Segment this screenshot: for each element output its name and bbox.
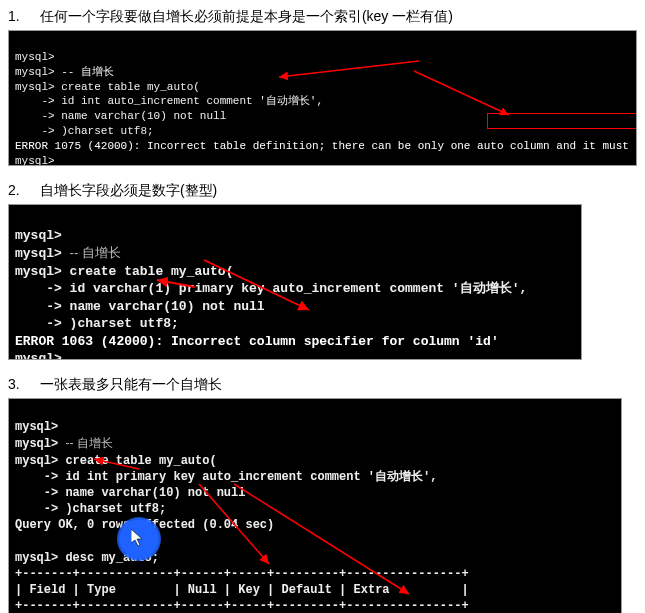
term-line: -> name varchar(10) not null (15, 486, 245, 500)
highlight-box (487, 113, 637, 129)
table-sep: +-------+-------------+------+-----+----… (15, 599, 469, 613)
caption-text: 自增长字段必须是数字(整型) (40, 182, 217, 198)
term-line: -> )charset utf8; (15, 316, 179, 331)
term-line: mysql> (15, 420, 58, 434)
terminal-2: mysql> mysql> -- 自增长 mysql> create table… (8, 204, 582, 360)
term-line: -> id int primary key auto_increment com… (15, 470, 437, 484)
term-error-line: ERROR 1063 (42000): Incorrect column spe… (15, 334, 499, 349)
svg-line-1 (414, 71, 509, 115)
list-number: 1. (8, 8, 36, 24)
term-line: -> id varchar(1) primary key auto_increm… (15, 281, 527, 296)
svg-line-0 (279, 61, 419, 77)
list-number: 3. (8, 376, 36, 392)
term-line: -> name varchar(10) not null (15, 299, 265, 314)
table-header: | Field | Type | Null | Key | Default | … (15, 583, 469, 597)
terminal-1: mysql> mysql> -- 自增长 mysql> create table… (8, 30, 637, 166)
term-line: -> )charset utf8; (15, 502, 166, 516)
terminal-3: mysql> mysql> -- 自增长 mysql> create table… (8, 398, 622, 613)
term-line: mysql> (15, 351, 62, 360)
term-line: -> name varchar(10) not null (15, 110, 226, 122)
caption-text: 任何一个字段要做自增长必须前提是本身是一个索引(key 一栏有值) (40, 8, 453, 24)
term-line: mysql> (15, 155, 55, 166)
section-3-caption: 3. 一张表最多只能有一个自增长 (8, 376, 637, 394)
term-error-line: ERROR 1075 (42000): Incorrect table defi… (15, 140, 637, 152)
term-line: mysql> create table my_auto( (15, 264, 233, 279)
term-line: mysql> -- 自增长 (15, 437, 113, 451)
list-number: 2. (8, 182, 36, 198)
section-1-caption: 1. 任何一个字段要做自增长必须前提是本身是一个索引(key 一栏有值) (8, 8, 637, 26)
term-line: mysql> create table my_auto( (15, 454, 217, 468)
term-line: Query OK, 0 rows affected (0.04 sec) (15, 518, 274, 532)
term-line: mysql> create table my_auto( (15, 81, 200, 93)
term-line: mysql> -- 自增长 (15, 246, 121, 261)
term-line: mysql> desc my_auto; (15, 551, 159, 565)
term-line: -> )charset utf8; (15, 125, 154, 137)
term-line: mysql> (15, 228, 62, 243)
term-line: mysql> -- 自增长 (15, 66, 114, 78)
table-sep: +-------+-------------+------+-----+----… (15, 567, 469, 581)
term-line: -> id int auto_increment comment '自动增长', (15, 95, 323, 107)
section-2-caption: 2. 自增长字段必须是数字(整型) (8, 182, 637, 200)
term-line: mysql> (15, 51, 55, 63)
caption-text: 一张表最多只能有一个自增长 (40, 376, 222, 392)
